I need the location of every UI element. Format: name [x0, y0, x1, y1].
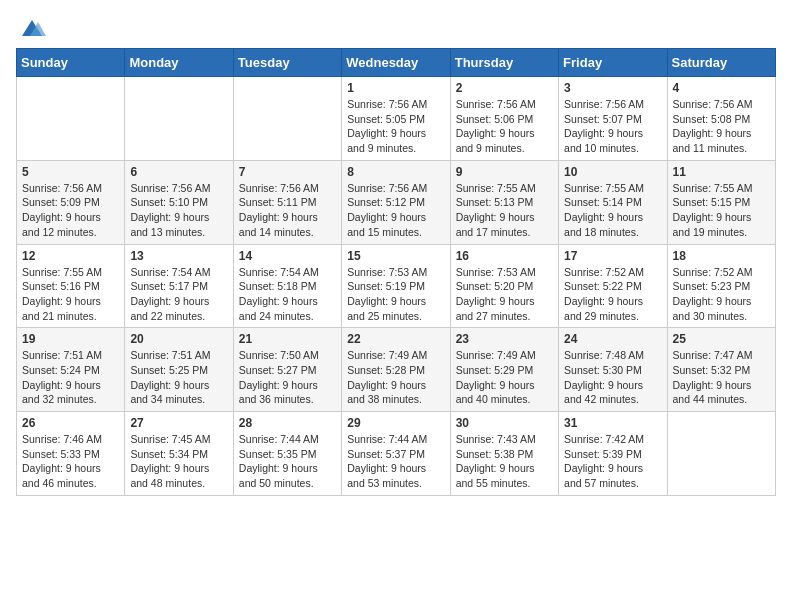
day-info: Sunrise: 7:51 AM Sunset: 5:24 PM Dayligh…	[22, 348, 119, 407]
day-number: 5	[22, 165, 119, 179]
day-info: Sunrise: 7:46 AM Sunset: 5:33 PM Dayligh…	[22, 432, 119, 491]
day-number: 13	[130, 249, 227, 263]
calendar-cell: 25Sunrise: 7:47 AM Sunset: 5:32 PM Dayli…	[667, 328, 775, 412]
calendar-cell	[125, 77, 233, 161]
calendar-week-row: 26Sunrise: 7:46 AM Sunset: 5:33 PM Dayli…	[17, 412, 776, 496]
day-info: Sunrise: 7:56 AM Sunset: 5:10 PM Dayligh…	[130, 181, 227, 240]
logo-icon	[18, 16, 46, 44]
calendar-cell	[17, 77, 125, 161]
day-info: Sunrise: 7:56 AM Sunset: 5:06 PM Dayligh…	[456, 97, 553, 156]
day-number: 4	[673, 81, 770, 95]
calendar-cell: 27Sunrise: 7:45 AM Sunset: 5:34 PM Dayli…	[125, 412, 233, 496]
calendar-cell: 13Sunrise: 7:54 AM Sunset: 5:17 PM Dayli…	[125, 244, 233, 328]
day-info: Sunrise: 7:47 AM Sunset: 5:32 PM Dayligh…	[673, 348, 770, 407]
calendar-cell: 1Sunrise: 7:56 AM Sunset: 5:05 PM Daylig…	[342, 77, 450, 161]
day-number: 7	[239, 165, 336, 179]
column-header-tuesday: Tuesday	[233, 49, 341, 77]
calendar-week-row: 12Sunrise: 7:55 AM Sunset: 5:16 PM Dayli…	[17, 244, 776, 328]
day-info: Sunrise: 7:51 AM Sunset: 5:25 PM Dayligh…	[130, 348, 227, 407]
calendar-cell: 23Sunrise: 7:49 AM Sunset: 5:29 PM Dayli…	[450, 328, 558, 412]
logo	[16, 16, 46, 38]
day-info: Sunrise: 7:52 AM Sunset: 5:23 PM Dayligh…	[673, 265, 770, 324]
calendar-cell: 18Sunrise: 7:52 AM Sunset: 5:23 PM Dayli…	[667, 244, 775, 328]
column-header-saturday: Saturday	[667, 49, 775, 77]
day-info: Sunrise: 7:55 AM Sunset: 5:13 PM Dayligh…	[456, 181, 553, 240]
day-number: 12	[22, 249, 119, 263]
calendar-cell: 28Sunrise: 7:44 AM Sunset: 5:35 PM Dayli…	[233, 412, 341, 496]
calendar-cell: 2Sunrise: 7:56 AM Sunset: 5:06 PM Daylig…	[450, 77, 558, 161]
calendar-cell: 12Sunrise: 7:55 AM Sunset: 5:16 PM Dayli…	[17, 244, 125, 328]
day-number: 20	[130, 332, 227, 346]
calendar-header-row: SundayMondayTuesdayWednesdayThursdayFrid…	[17, 49, 776, 77]
calendar-cell: 29Sunrise: 7:44 AM Sunset: 5:37 PM Dayli…	[342, 412, 450, 496]
day-number: 2	[456, 81, 553, 95]
calendar-cell: 21Sunrise: 7:50 AM Sunset: 5:27 PM Dayli…	[233, 328, 341, 412]
column-header-monday: Monday	[125, 49, 233, 77]
day-info: Sunrise: 7:48 AM Sunset: 5:30 PM Dayligh…	[564, 348, 661, 407]
calendar-cell: 15Sunrise: 7:53 AM Sunset: 5:19 PM Dayli…	[342, 244, 450, 328]
day-info: Sunrise: 7:53 AM Sunset: 5:19 PM Dayligh…	[347, 265, 444, 324]
day-number: 27	[130, 416, 227, 430]
day-number: 11	[673, 165, 770, 179]
column-header-sunday: Sunday	[17, 49, 125, 77]
calendar-cell: 30Sunrise: 7:43 AM Sunset: 5:38 PM Dayli…	[450, 412, 558, 496]
calendar-cell	[667, 412, 775, 496]
page-header	[16, 16, 776, 38]
calendar-cell: 22Sunrise: 7:49 AM Sunset: 5:28 PM Dayli…	[342, 328, 450, 412]
day-info: Sunrise: 7:56 AM Sunset: 5:12 PM Dayligh…	[347, 181, 444, 240]
day-number: 9	[456, 165, 553, 179]
day-number: 8	[347, 165, 444, 179]
day-number: 6	[130, 165, 227, 179]
calendar-cell: 20Sunrise: 7:51 AM Sunset: 5:25 PM Dayli…	[125, 328, 233, 412]
day-number: 10	[564, 165, 661, 179]
day-info: Sunrise: 7:54 AM Sunset: 5:17 PM Dayligh…	[130, 265, 227, 324]
column-header-wednesday: Wednesday	[342, 49, 450, 77]
calendar-cell: 19Sunrise: 7:51 AM Sunset: 5:24 PM Dayli…	[17, 328, 125, 412]
day-number: 19	[22, 332, 119, 346]
day-info: Sunrise: 7:49 AM Sunset: 5:28 PM Dayligh…	[347, 348, 444, 407]
day-number: 31	[564, 416, 661, 430]
day-info: Sunrise: 7:50 AM Sunset: 5:27 PM Dayligh…	[239, 348, 336, 407]
day-number: 16	[456, 249, 553, 263]
calendar-cell: 10Sunrise: 7:55 AM Sunset: 5:14 PM Dayli…	[559, 160, 667, 244]
day-number: 30	[456, 416, 553, 430]
column-header-friday: Friday	[559, 49, 667, 77]
calendar-cell: 7Sunrise: 7:56 AM Sunset: 5:11 PM Daylig…	[233, 160, 341, 244]
calendar-week-row: 19Sunrise: 7:51 AM Sunset: 5:24 PM Dayli…	[17, 328, 776, 412]
day-info: Sunrise: 7:49 AM Sunset: 5:29 PM Dayligh…	[456, 348, 553, 407]
day-number: 28	[239, 416, 336, 430]
calendar-cell: 16Sunrise: 7:53 AM Sunset: 5:20 PM Dayli…	[450, 244, 558, 328]
day-info: Sunrise: 7:53 AM Sunset: 5:20 PM Dayligh…	[456, 265, 553, 324]
day-info: Sunrise: 7:43 AM Sunset: 5:38 PM Dayligh…	[456, 432, 553, 491]
day-info: Sunrise: 7:42 AM Sunset: 5:39 PM Dayligh…	[564, 432, 661, 491]
calendar-cell: 31Sunrise: 7:42 AM Sunset: 5:39 PM Dayli…	[559, 412, 667, 496]
day-number: 21	[239, 332, 336, 346]
day-info: Sunrise: 7:45 AM Sunset: 5:34 PM Dayligh…	[130, 432, 227, 491]
calendar-week-row: 1Sunrise: 7:56 AM Sunset: 5:05 PM Daylig…	[17, 77, 776, 161]
calendar-table: SundayMondayTuesdayWednesdayThursdayFrid…	[16, 48, 776, 496]
day-number: 17	[564, 249, 661, 263]
calendar-cell: 11Sunrise: 7:55 AM Sunset: 5:15 PM Dayli…	[667, 160, 775, 244]
day-info: Sunrise: 7:44 AM Sunset: 5:37 PM Dayligh…	[347, 432, 444, 491]
day-info: Sunrise: 7:56 AM Sunset: 5:11 PM Dayligh…	[239, 181, 336, 240]
calendar-cell: 9Sunrise: 7:55 AM Sunset: 5:13 PM Daylig…	[450, 160, 558, 244]
calendar-cell: 24Sunrise: 7:48 AM Sunset: 5:30 PM Dayli…	[559, 328, 667, 412]
calendar-cell: 14Sunrise: 7:54 AM Sunset: 5:18 PM Dayli…	[233, 244, 341, 328]
day-number: 15	[347, 249, 444, 263]
calendar-week-row: 5Sunrise: 7:56 AM Sunset: 5:09 PM Daylig…	[17, 160, 776, 244]
calendar-cell: 26Sunrise: 7:46 AM Sunset: 5:33 PM Dayli…	[17, 412, 125, 496]
day-info: Sunrise: 7:54 AM Sunset: 5:18 PM Dayligh…	[239, 265, 336, 324]
day-info: Sunrise: 7:52 AM Sunset: 5:22 PM Dayligh…	[564, 265, 661, 324]
day-number: 1	[347, 81, 444, 95]
column-header-thursday: Thursday	[450, 49, 558, 77]
day-number: 26	[22, 416, 119, 430]
day-info: Sunrise: 7:56 AM Sunset: 5:08 PM Dayligh…	[673, 97, 770, 156]
day-number: 22	[347, 332, 444, 346]
day-info: Sunrise: 7:56 AM Sunset: 5:05 PM Dayligh…	[347, 97, 444, 156]
day-number: 18	[673, 249, 770, 263]
calendar-cell: 4Sunrise: 7:56 AM Sunset: 5:08 PM Daylig…	[667, 77, 775, 161]
day-number: 3	[564, 81, 661, 95]
calendar-cell: 17Sunrise: 7:52 AM Sunset: 5:22 PM Dayli…	[559, 244, 667, 328]
day-number: 14	[239, 249, 336, 263]
calendar-cell: 6Sunrise: 7:56 AM Sunset: 5:10 PM Daylig…	[125, 160, 233, 244]
